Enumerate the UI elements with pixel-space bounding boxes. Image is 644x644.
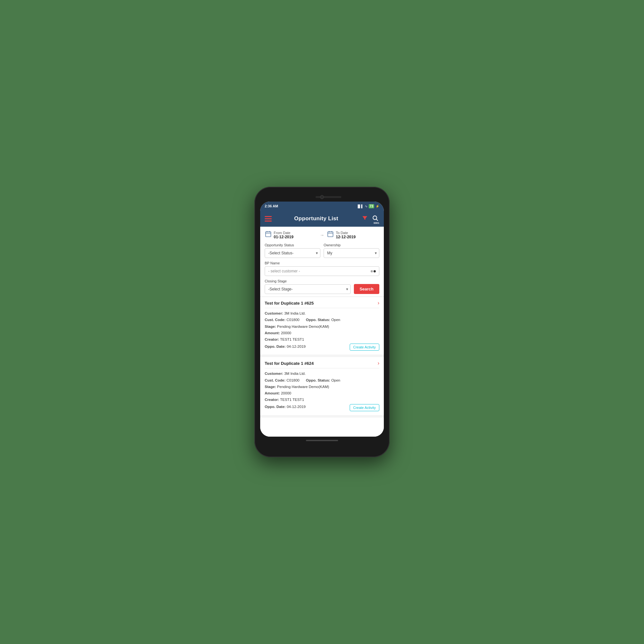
card-bottom-row-2: Oppo. Date: 04-12-2019 Create Activity [265, 404, 379, 411]
bp-dot-dark [374, 270, 376, 272]
filter-button[interactable] [361, 215, 369, 223]
battery-icon: 73 [369, 204, 374, 208]
ownership-label: Ownership [324, 243, 379, 247]
card-title-2: Test for Duplicate 1 #624 [265, 361, 314, 366]
ownership-select-wrap: My [324, 248, 379, 258]
status-label: Opportunity Status [265, 243, 320, 247]
bp-label: BP Name [265, 261, 379, 265]
bp-input[interactable]: - select customer - [265, 266, 379, 276]
card-customer-value: 3M India Ltd. [284, 311, 306, 315]
stage-select[interactable]: -Select Stage- [265, 284, 351, 294]
phone-device: 2:36 AM ▐▌▌ ∿ 73 ⚡ Opportunity List [254, 187, 390, 457]
card-cust-code: C01800 [287, 318, 299, 322]
card-stage-value-2: Pending Hardware Demo(KAM) [277, 385, 329, 389]
phone-bottom [260, 437, 384, 443]
ownership-group: Ownership My [324, 243, 379, 258]
status-bar: 2:36 AM ▐▌▌ ∿ 73 ⚡ [260, 202, 384, 211]
app-header: Opportunity List 0001 [260, 211, 384, 227]
bp-row: BP Name - select customer - [265, 261, 379, 276]
card-title: Test for Duplicate 1 #625 [265, 301, 314, 306]
create-activity-button-2[interactable]: Create Activity [350, 404, 379, 411]
home-indicator [306, 440, 338, 441]
card-creator-field: Creator: TEST1 TEST1 [265, 337, 379, 342]
card-title-row-2: Test for Duplicate 1 #624 › [265, 360, 379, 368]
search-button[interactable]: Search [354, 284, 379, 294]
opportunity-card[interactable]: Test for Duplicate 1 #625 › Customer: 3M… [260, 297, 384, 357]
to-date-value: 12-12-2019 [336, 235, 355, 239]
card-amount-field: Amount: 20000 [265, 330, 379, 336]
from-date-value: 01-12-2019 [274, 235, 293, 239]
card-title-row: Test for Duplicate 1 #625 › [265, 300, 379, 308]
phone-camera [320, 195, 324, 199]
card-date-value-2: 04-12-2019 [287, 405, 306, 409]
card-stage-value: Pending Hardware Demo(KAM) [277, 325, 329, 328]
stage-select-wrap: -Select Stage- [265, 284, 351, 294]
card-creator-field-2: Creator: TEST1 TEST1 [265, 397, 379, 403]
to-date-field[interactable]: To Date 12-12-2019 [327, 231, 379, 239]
filter-icon [362, 215, 368, 221]
stage-search-row: Closing Stage -Select Stage- Search [265, 279, 379, 294]
from-date-calendar-icon [265, 231, 272, 239]
bp-dot-light [371, 270, 373, 272]
card-date-value: 04-12-2019 [287, 345, 306, 348]
wifi-icon: ∿ [365, 204, 367, 208]
card-creator-value-2: TEST1 TEST1 [280, 398, 304, 402]
page-title: Opportunity List [294, 215, 338, 222]
hamburger-menu-button[interactable] [265, 216, 272, 222]
status-group: Opportunity Status -Select Status- [265, 243, 320, 258]
status-select-wrap: -Select Status- [265, 248, 320, 258]
card-bottom-row: Oppo. Date: 04-12-2019 Create Activity [265, 344, 379, 351]
card-chevron-icon-2: › [378, 360, 379, 366]
status-ownership-row: Opportunity Status -Select Status- Owner… [265, 243, 379, 258]
card-amount-value: 20000 [281, 331, 291, 335]
card-oppo-status: Open [331, 318, 340, 322]
to-date-calendar-icon [327, 231, 334, 239]
svg-rect-6 [328, 232, 333, 237]
card-date-field-2: Oppo. Date: 04-12-2019 [265, 404, 306, 410]
status-icons: ▐▌▌ ∿ 73 ⚡ [357, 204, 379, 208]
signal-icon: ▐▌▌ [357, 204, 364, 208]
header-actions: 0001 [361, 215, 379, 223]
phone-screen: 2:36 AM ▐▌▌ ∿ 73 ⚡ Opportunity List [260, 202, 384, 437]
content-area[interactable]: From Date 01-12-2019 → [260, 227, 384, 437]
search-badge: 0001 [373, 221, 380, 225]
card-chevron-icon: › [378, 300, 379, 306]
card-customer-value-2: 3M India Ltd. [284, 372, 306, 375]
svg-point-0 [373, 216, 377, 220]
card-customer-field-2: Customer: 3M India Ltd. [265, 371, 379, 376]
to-date-label: To Date [336, 231, 355, 235]
svg-line-1 [376, 219, 378, 221]
ownership-select[interactable]: My [324, 248, 379, 258]
bp-placeholder: - select customer - [268, 269, 300, 273]
card-date-field: Oppo. Date: 04-12-2019 [265, 344, 306, 349]
date-row: From Date 01-12-2019 → [265, 231, 379, 239]
from-date-label: From Date [274, 231, 293, 235]
phone-speaker [316, 196, 341, 198]
card-code-status-field: Cust. Code: C01800 Oppo. Status: Open [265, 317, 379, 323]
create-activity-button-1[interactable]: Create Activity [350, 344, 379, 351]
card-amount-field-2: Amount: 20000 [265, 391, 379, 396]
card-oppo-status-2: Open [331, 378, 340, 382]
card-creator-value: TEST1 TEST1 [280, 337, 304, 341]
bp-dots-icon [371, 270, 376, 272]
filter-section: From Date 01-12-2019 → [260, 227, 384, 297]
date-arrow-icon: → [320, 232, 324, 238]
search-button-wrap: 0001 [371, 215, 379, 223]
card-stage-field: Stage: Pending Hardware Demo(KAM) [265, 324, 379, 329]
stage-group: Closing Stage -Select Stage- [265, 279, 351, 294]
status-select[interactable]: -Select Status- [265, 248, 320, 258]
search-header-icon [372, 215, 378, 221]
card-cust-code-2: C01800 [287, 378, 299, 382]
stage-label: Closing Stage [265, 279, 351, 283]
card-code-status-field-2: Cust. Code: C01800 Oppo. Status: Open [265, 378, 379, 383]
card-customer-field: Customer: 3M India Ltd. [265, 311, 379, 316]
phone-top [260, 193, 384, 202]
from-date-field[interactable]: From Date 01-12-2019 [265, 231, 317, 239]
card-stage-field-2: Stage: Pending Hardware Demo(KAM) [265, 384, 379, 390]
opportunity-card-2[interactable]: Test for Duplicate 1 #624 › Customer: 3M… [260, 357, 384, 417]
card-amount-value-2: 20000 [281, 391, 291, 395]
results-area: Test for Duplicate 1 #625 › Customer: 3M… [260, 297, 384, 418]
bp-group: BP Name - select customer - [265, 261, 379, 276]
status-time: 2:36 AM [265, 204, 278, 208]
charging-icon: ⚡ [375, 204, 379, 208]
